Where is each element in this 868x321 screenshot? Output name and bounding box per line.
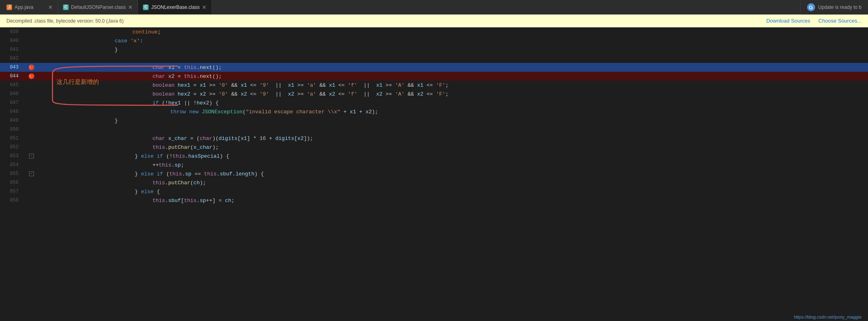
gutter-row-045: 045: [0, 81, 40, 90]
line-num-043: 043: [0, 65, 23, 70]
tab-json-lexer-base[interactable]: C JSONLexerBase.class ✕: [138, 0, 212, 14]
fold-icon-055[interactable]: −: [29, 171, 34, 176]
line-num-048: 048: [0, 109, 23, 115]
gutter-row-044: 044 🍎: [0, 72, 40, 81]
download-sources-link[interactable]: Download Sources: [766, 18, 810, 24]
gutter-icons-043: 🍎: [23, 65, 40, 70]
code-line-040: case 'x':: [40, 36, 868, 45]
line-num-056: 056: [0, 180, 23, 186]
tab-icon-default-json-parser: C: [63, 4, 69, 10]
line-num-040: 040: [0, 38, 23, 44]
line-num-052: 052: [0, 144, 23, 150]
gutter-row-053: 053 −: [0, 152, 40, 160]
tab-label-json-lexer-base: JSONLexerBase.class: [151, 4, 199, 10]
gutter-row-039: 039: [0, 27, 40, 36]
line-num-044: 044: [0, 73, 23, 79]
fold-icon-053[interactable]: −: [29, 154, 34, 158]
gutter-row-047: 047: [0, 98, 40, 107]
line-num-053: 053: [0, 153, 23, 159]
code-line-039: continue;: [40, 27, 868, 36]
tab-bar: J App.java ✕ C DefaultJSONParser.class ✕…: [0, 0, 868, 15]
code-line-049: }: [40, 116, 868, 125]
tab-icon-app-java: J: [6, 4, 12, 10]
gutter-row-054: 054: [0, 160, 40, 169]
gutter-row-048: 048: [0, 107, 40, 116]
line-num-042: 042: [0, 56, 23, 61]
line-num-049: 049: [0, 118, 23, 123]
line-num-041: 041: [0, 47, 23, 52]
gutter-row-050: 050: [0, 125, 40, 134]
gutter-icons-044: 🍎: [23, 73, 40, 79]
tab-label-app-java: App.java: [15, 4, 34, 10]
line-num-039: 039: [0, 29, 23, 35]
gutter-row-046: 046: [0, 90, 40, 98]
gutter-row-051: 051: [0, 134, 40, 143]
info-bar-text: Decompiled .class file, bytecode version…: [6, 18, 124, 24]
code-area: 039 040 041 042: [0, 27, 868, 321]
code-content: 这几行是新增的 continue; case 'x': }: [40, 27, 868, 321]
gutter-row-049: 049: [0, 116, 40, 125]
tab-app-java[interactable]: J App.java ✕: [2, 0, 58, 14]
line-num-055: 055: [0, 171, 23, 177]
gutter-icons-053[interactable]: −: [23, 154, 40, 158]
tab-icon-json-lexer-base: C: [143, 4, 149, 10]
code-line-056: this.putChar(ch);: [40, 178, 868, 187]
footer-link[interactable]: https://blog.csdn.net/pony_maggie: [794, 313, 862, 321]
gutter: 039 040 041 042: [0, 27, 40, 321]
gutter-row-041: 041: [0, 45, 40, 54]
line-num-058: 058: [0, 198, 23, 203]
code-lines-container: 039 040 041 042: [0, 27, 868, 321]
gutter-row-042: 042: [0, 54, 40, 63]
line-num-051: 051: [0, 135, 23, 141]
code-line-048: throw new JSONException("invalid escape …: [40, 107, 868, 116]
breakpoint-044[interactable]: 🍎: [29, 73, 34, 79]
gutter-row-057: 057: [0, 187, 40, 196]
update-badge: G Update is ready to b: [800, 0, 868, 15]
update-text: Update is ready to b: [818, 4, 862, 10]
gutter-row-040: 040: [0, 36, 40, 45]
tab-label-default-json-parser: DefaultJSONParser.class: [71, 4, 126, 10]
breakpoint-043[interactable]: 🍎: [29, 65, 34, 70]
line-num-047: 047: [0, 100, 23, 106]
gutter-row-056: 056: [0, 178, 40, 187]
tab-close-app-java[interactable]: ✕: [48, 4, 53, 10]
line-num-057: 057: [0, 189, 23, 194]
code-line-041: }: [40, 45, 868, 54]
gutter-icons-055[interactable]: −: [23, 171, 40, 176]
code-line-058: this.sbuf[this.sp++] = ch;: [40, 196, 868, 205]
tab-close-default-json-parser[interactable]: ✕: [128, 4, 133, 10]
code-editor: 039 040 041 042: [0, 27, 868, 321]
info-bar: Decompiled .class file, bytecode version…: [0, 15, 868, 27]
line-num-050: 050: [0, 127, 23, 132]
gutter-row-055: 055 −: [0, 169, 40, 178]
tab-default-json-parser[interactable]: C DefaultJSONParser.class ✕: [58, 0, 138, 14]
update-icon: G: [807, 3, 815, 11]
choose-sources-link[interactable]: Choose Sources...: [818, 18, 862, 24]
gutter-row-052: 052: [0, 143, 40, 152]
gutter-row-043: 043 🍎: [0, 63, 40, 72]
line-num-046: 046: [0, 91, 23, 97]
line-num-045: 045: [0, 82, 23, 88]
line-num-054: 054: [0, 162, 23, 168]
tab-close-json-lexer-base[interactable]: ✕: [202, 4, 207, 10]
gutter-row-058: 058: [0, 196, 40, 205]
